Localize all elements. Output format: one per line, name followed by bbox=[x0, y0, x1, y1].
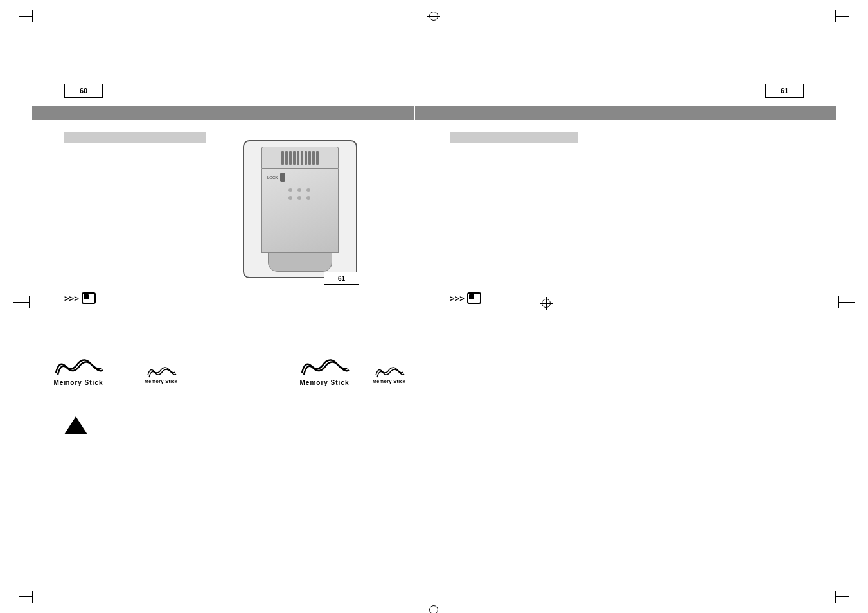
crop-mark-ml-v bbox=[29, 296, 30, 308]
right-media-icon bbox=[467, 292, 481, 304]
crop-mark-tl-h bbox=[19, 16, 32, 17]
ms-wave-large-right bbox=[299, 357, 350, 379]
ms-wave-small-left bbox=[146, 365, 177, 379]
right-ms-logo-large: Memory Stick bbox=[299, 357, 350, 386]
crop-mark-br-v bbox=[835, 591, 836, 603]
device-illustration: LOCK 61 bbox=[243, 140, 357, 278]
svg-rect-1 bbox=[84, 294, 89, 299]
crop-mark-mr-h bbox=[839, 302, 855, 303]
vertical-center-line bbox=[434, 0, 434, 613]
crop-mark-mr-v bbox=[838, 296, 839, 308]
left-ms-logo-large: Memory Stick bbox=[53, 357, 104, 386]
crop-mark-bl-h bbox=[19, 596, 32, 597]
left-media-icon bbox=[82, 292, 96, 304]
left-ms-logo-small: Memory Stick bbox=[145, 365, 178, 384]
lock-label: LOCK bbox=[267, 175, 278, 179]
crop-mark-tr-v bbox=[835, 10, 836, 22]
crop-mark-br-h bbox=[836, 596, 849, 597]
right-ms-logo-small: Memory Stick bbox=[373, 365, 406, 384]
device-page-box: 61 bbox=[324, 272, 359, 285]
left-triangle bbox=[64, 416, 87, 434]
left-ms-logo-text-large: Memory Stick bbox=[53, 379, 103, 386]
left-section-header bbox=[64, 132, 206, 143]
crop-mark-tr-h bbox=[836, 16, 849, 17]
right-page-number: 61 bbox=[765, 84, 804, 98]
header-bar bbox=[32, 106, 836, 120]
right-ref-arrows: >>> bbox=[450, 292, 481, 304]
right-ms-logo-text-large: Memory Stick bbox=[299, 379, 349, 386]
right-section-header bbox=[450, 132, 578, 143]
left-page-number: 60 bbox=[64, 84, 103, 98]
crop-mark-tl-v bbox=[32, 10, 33, 22]
ms-wave-small-right bbox=[374, 365, 405, 379]
crop-mark-ml-h bbox=[13, 302, 29, 303]
ms-wave-large-left bbox=[53, 357, 104, 379]
svg-rect-3 bbox=[469, 294, 474, 299]
right-ms-logo-text-small: Memory Stick bbox=[373, 379, 406, 384]
crop-mark-bl-v bbox=[32, 591, 33, 603]
left-ms-logo-text-small: Memory Stick bbox=[145, 379, 178, 384]
left-ref-arrows: >>> bbox=[64, 292, 96, 304]
